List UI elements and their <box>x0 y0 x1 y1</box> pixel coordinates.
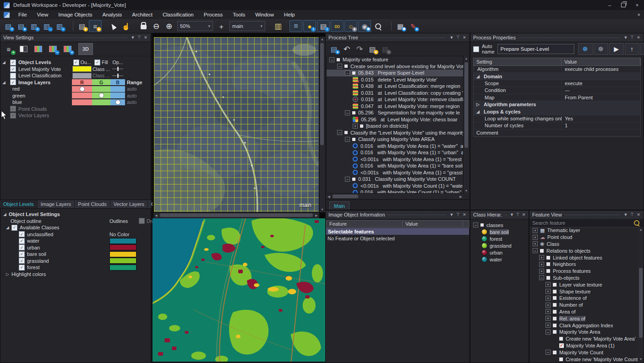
opacity-slider[interactable] <box>112 74 123 78</box>
search-icon[interactable] <box>634 220 639 226</box>
property-group-row[interactable]: ▷Algorithm parameters <box>474 101 640 108</box>
process-tree-item[interactable]: −Majority vote feature <box>327 56 463 63</box>
show-classification-icon[interactable]: ∞ <box>331 20 344 32</box>
class-visibility-row[interactable]: ✓water <box>0 238 151 244</box>
expand-arrow-icon[interactable]: ▷ <box>476 102 482 107</box>
move-down-button[interactable]: ↓ <box>640 43 644 55</box>
checkbox-checked[interactable]: ✓ <box>19 258 25 264</box>
edit-vectors-icon[interactable]: ✎● <box>407 21 419 32</box>
close-panel-icon[interactable]: ✕ <box>461 211 468 218</box>
feature-view-item[interactable]: −Majority Vote Area <box>530 329 638 336</box>
tab-image-layers[interactable]: Image Layers <box>38 200 75 208</box>
collapse-arrow-icon[interactable]: ◢ <box>6 225 11 230</box>
class-item[interactable]: bare soil <box>470 228 529 235</box>
expand-toggle-icon[interactable]: + <box>546 282 551 287</box>
image-layers-row[interactable]: ◢✓Image Layers R G B Range <box>0 79 151 86</box>
property-value[interactable]: Yes <box>562 115 640 122</box>
available-classes-row[interactable]: ◢ ✓ Available Classes <box>0 224 151 231</box>
collapse-arrow-icon[interactable]: ◢ <box>476 74 482 79</box>
menu-classification[interactable]: Classification <box>158 12 199 17</box>
class-item[interactable]: forest <box>470 235 529 242</box>
panel-menu-icon[interactable]: ▼ <box>448 211 455 218</box>
feature-view-item[interactable]: +Shape texture <box>530 288 638 295</box>
select-cursor-icon[interactable] <box>107 21 119 32</box>
process-tree-item[interactable]: −Classify using Majority Vote AREA <box>327 136 463 143</box>
expand-toggle-icon[interactable]: + <box>539 255 544 260</box>
checkbox-checked[interactable]: ✓ <box>19 244 25 250</box>
run-processes-icon[interactable]: ▤● <box>366 43 378 54</box>
feature-view-item[interactable]: −Relations to objects <box>530 247 638 254</box>
close-panel-icon[interactable]: ✕ <box>461 34 468 41</box>
feature-view-item[interactable]: +☁Point cloud <box>530 234 638 241</box>
pin-icon[interactable]: ⊤ <box>136 34 142 41</box>
object-outline-row[interactable]: Object outline Outlines Draw <box>0 218 151 225</box>
expand-toggle-icon[interactable]: − <box>345 70 350 76</box>
save-workspace-icon[interactable]: ▤● <box>15 21 27 32</box>
save-process-icon[interactable]: ▤● <box>328 43 340 54</box>
comment-row[interactable]: Comment <box>474 130 640 136</box>
process-tree-item[interactable]: −05.843Prepare Super-Level <box>327 70 463 76</box>
class-color-swatch[interactable] <box>109 265 136 271</box>
expand-toggle-icon[interactable]: − <box>345 137 350 142</box>
property-row[interactable]: Algorithmexecute child processes <box>474 66 640 73</box>
property-value[interactable]: execute child processes <box>562 66 640 72</box>
panel-menu-icon[interactable]: ▼ <box>509 211 515 218</box>
process-tree-item[interactable]: −Classify the "Level Majority Vote" usin… <box>327 130 463 136</box>
selectable-features-row[interactable]: Selectable features <box>326 228 469 235</box>
expand-arrow-icon[interactable]: ▷ <box>6 272 11 276</box>
class-visibility-row[interactable]: ✓urban <box>0 244 151 251</box>
minimize-button[interactable]: – <box>603 0 617 10</box>
pin-icon[interactable]: ⊤ <box>455 211 461 218</box>
map-vertical-scrollbar[interactable]: ▲ ▼ <box>319 37 325 212</box>
open-project-icon[interactable]: ▥▪ <box>54 21 65 32</box>
object-levels-row[interactable]: ◢✓Object Levels ✓Ou... ✓Fill Op... <box>0 59 151 66</box>
channel-dot[interactable] <box>115 100 120 105</box>
process-tree-item[interactable]: +[based on districts] <box>327 123 463 130</box>
feature-view-item[interactable]: +Area of <box>530 309 638 315</box>
scrollbar-thumb[interactable] <box>333 195 358 198</box>
redo-icon[interactable]: ↷ <box>354 43 366 54</box>
process-tree-item[interactable]: −05.296Segmentation for the majority vot… <box>327 109 463 116</box>
property-value[interactable]: --- <box>562 87 640 93</box>
expand-toggle-icon[interactable]: + <box>533 241 538 246</box>
layer-rgb-add-icon[interactable]: + <box>60 43 74 55</box>
checkbox-unchecked[interactable] <box>10 73 16 79</box>
class-item[interactable]: water <box>470 256 529 263</box>
feature-view-item[interactable]: +Layer value texture <box>530 281 638 288</box>
feature-view-item[interactable]: +Neighbors <box>530 261 638 268</box>
level-majority-vote-row[interactable]: ✓Level Majority Vote Class ... <box>0 66 151 73</box>
class-visibility-row[interactable]: ✓grassland <box>0 258 151 265</box>
process-tree-item[interactable]: 0.031at Level Classification: copy creat… <box>327 90 463 97</box>
process-tree-item[interactable]: −0.031Classify using Majority Vote COUNT <box>327 176 463 183</box>
scrollbar-thumb[interactable] <box>160 213 313 217</box>
checkbox-checked[interactable]: ✓ <box>19 231 25 237</box>
map-horizontal-scrollbar[interactable]: ◀ ▶ <box>153 212 319 218</box>
panel-menu-icon[interactable]: ▼ <box>448 34 455 41</box>
process-tree-item[interactable]: −Create second level above existing for … <box>327 63 463 70</box>
outline-color-swatch[interactable] <box>72 66 92 72</box>
scrollbar-thumb[interactable] <box>320 43 324 145</box>
process-name-input[interactable] <box>497 44 574 54</box>
property-row[interactable]: MapFrom Parent <box>474 94 640 101</box>
navigate-icon[interactable]: ＋ <box>215 21 227 32</box>
process-tree-item[interactable]: 0.016with Majority Vote Area (1) = "wate… <box>327 143 463 150</box>
layer-rgb-icon[interactable] <box>31 43 45 55</box>
expand-toggle-icon[interactable]: − <box>329 57 334 62</box>
manage-data-icon[interactable]: ▦☸ <box>394 21 406 32</box>
expand-toggle-icon[interactable]: + <box>539 269 544 274</box>
expand-toggle-icon[interactable]: − <box>533 248 538 253</box>
vector-layers-row[interactable]: ✓Vector Layers <box>0 112 151 119</box>
scene-overview-icon[interactable]: ▤● <box>76 21 88 32</box>
pin-icon[interactable]: ⊤ <box>515 211 521 218</box>
menu-view[interactable]: View <box>32 12 54 17</box>
class-item[interactable]: grassland <box>470 242 529 249</box>
expand-toggle-icon[interactable]: + <box>533 235 538 240</box>
menu-analysis[interactable]: Analysis <box>97 12 127 17</box>
restore-button[interactable] <box>617 0 630 10</box>
collapse-arrow-icon[interactable]: ◢ <box>2 80 8 85</box>
side-by-side-view-icon[interactable]: ≡ <box>289 20 302 32</box>
process-tree-item[interactable]: 0.016with Majority Vote Area (1) = "bare… <box>327 163 463 169</box>
map-select[interactable]: main▾ <box>229 21 265 31</box>
process-tree-item[interactable]: 05.296at Level Majority Vote: chess boar <box>327 116 463 123</box>
property-group-row[interactable]: ◢Domain <box>474 73 640 80</box>
